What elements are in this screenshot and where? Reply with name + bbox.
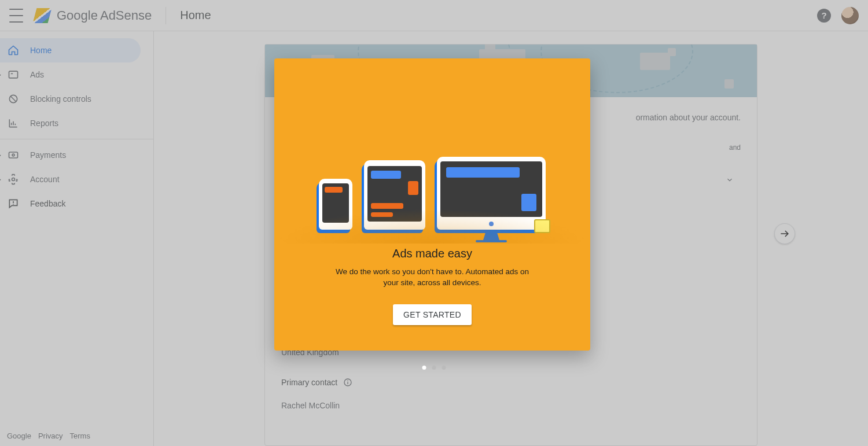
get-started-button[interactable]: GET STARTED xyxy=(393,304,472,325)
pagination-dot-active[interactable] xyxy=(422,366,426,370)
tablet-graphic xyxy=(364,160,425,230)
monitor-graphic xyxy=(437,157,546,230)
onboarding-dialog: Ads made easy We do the work so you don'… xyxy=(274,58,590,351)
pagination-dot[interactable] xyxy=(432,366,436,370)
pagination-dot[interactable] xyxy=(442,366,446,370)
dialog-subtitle: We do the work so you don't have to. Aut… xyxy=(328,266,536,288)
dialog-title: Ads made easy xyxy=(392,247,472,260)
pagination-dots xyxy=(422,366,446,370)
phone-graphic xyxy=(319,179,352,230)
dialog-illustration xyxy=(274,58,590,244)
